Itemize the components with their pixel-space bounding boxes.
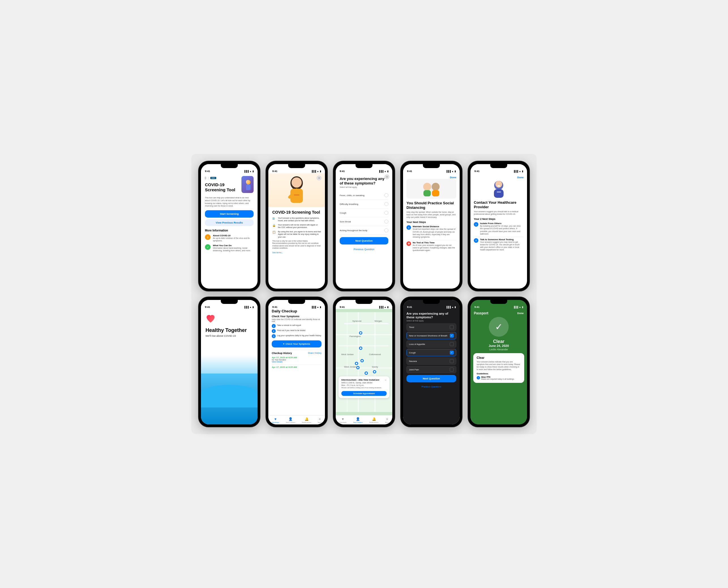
passport-label-10: Passport (474, 311, 488, 315)
previous-question-button-3[interactable]: Previous Question (340, 246, 388, 252)
step-content-1-5: Isolate From Others By isolating yoursel… (480, 222, 524, 235)
tab-notifications-8[interactable]: 🔔 Notifications (369, 417, 379, 423)
phone-2-top: 9:41 ▐▐▐ ▲ ▮ (268, 164, 325, 173)
passport-status-area-10: Clear June 24, 2020 Leslie Alexander (471, 339, 527, 351)
status-bar-10: 9:41 ▐▐▐ ▲ ▮ (471, 304, 527, 309)
symp2-item-appetite-9[interactable]: Loss of Appetite (407, 340, 456, 348)
phone-6-top: 9:41 ▐▐▐ ▲ ▮ (201, 300, 257, 309)
symp2-item-cough-9[interactable]: Cough ✓ (407, 349, 456, 356)
symp2-label-nausea-9: Nausea (409, 360, 417, 362)
symp2-checkbox-appetite-9[interactable] (450, 342, 454, 346)
about-covid-title-1: About COVID-19 (213, 234, 254, 237)
tab-checkups-7[interactable]: ♥ Checkups (272, 417, 279, 423)
tab-more-7[interactable]: ≡ More (318, 417, 322, 423)
phone-10-screen: 9:41 ▐▐▐ ▲ ▮ Passport Done ✓ Clear (471, 300, 527, 424)
symp2-checkbox-breath-9[interactable]: ✓ (450, 334, 454, 338)
start-screening-button[interactable]: Start Screening (205, 210, 254, 217)
svg-text:Syracuse: Syracuse (352, 320, 362, 322)
bullet-item-1: ☰ You'll answer a few questions about sy… (272, 217, 321, 222)
close-button-2[interactable]: ✕ (316, 175, 321, 181)
view-details-1-7[interactable]: View Details (272, 361, 321, 363)
phone-6-screen: 9:41 ▐▐▐ ▲ ▮ (201, 300, 257, 424)
symptom-item-2[interactable]: Difficulty breathing (340, 200, 388, 209)
symptom-item-3[interactable]: Cough (340, 209, 388, 217)
bullet-text-2: Your answers will not be shared with App… (278, 224, 321, 229)
step-desc-1-5: By isolating yourself for 14 days, you c… (480, 225, 524, 235)
bullet-icon-2: 🔒 (272, 224, 276, 228)
svg-text:Morgan: Morgan (374, 320, 382, 322)
phone-7-top: 9:41 ▐▐▐ ▲ ▮ (268, 300, 325, 309)
symp2-item-tired-9[interactable]: Tired (407, 323, 456, 331)
see-terms-link-2[interactable]: See terms... (272, 252, 283, 254)
svg-point-47 (374, 371, 375, 373)
previous-questions-button-9[interactable]: Previous Questions (407, 384, 456, 389)
symptom-checkbox-5[interactable] (384, 228, 388, 232)
next-question-button-3[interactable]: Next Question (340, 237, 388, 245)
status-time-5: 9:41 (474, 170, 479, 173)
notch-7 (288, 300, 305, 304)
passport-clear-desc-10: Your answers below indicate that you are… (477, 360, 521, 371)
svg-rect-19 (344, 323, 388, 324)
symp2-checkbox-joint-9[interactable] (450, 368, 454, 372)
passport-status-10: Clear (471, 339, 527, 344)
signal-icon-5: ▐▐▐ (513, 170, 518, 173)
tab-checkups-8[interactable]: ♥ Checkups (339, 417, 347, 423)
symptom-checkbox-3[interactable] (384, 211, 388, 215)
view-previous-results-button[interactable]: View Previous Results (205, 219, 254, 226)
share-history-link-7[interactable]: Share History (308, 352, 321, 355)
svg-text:Sandy: Sandy (372, 365, 378, 368)
symptom-item-1[interactable]: Fever, chills, or sweating (340, 191, 388, 200)
info-item-1: ℹ About COVID-19 An up-to-date rundown o… (205, 234, 254, 242)
symp2-checkbox-tired-9[interactable] (450, 325, 454, 329)
symp2-title-9: Are you experiencing any of these sympto… (407, 312, 456, 319)
about-covid-icon-1: ℹ (205, 234, 211, 240)
symp2-item-nausea-9[interactable]: Nausea (407, 357, 456, 365)
passport-done-button-10[interactable]: Done (517, 312, 524, 315)
tab-test-centers-7[interactable]: 👤 Test Centers (286, 417, 295, 423)
symptom-checkbox-1[interactable] (384, 193, 388, 197)
symptom-item-5[interactable]: Aching throughout the body (340, 226, 388, 235)
symp2-checkbox-nausea-9[interactable] (450, 359, 454, 363)
history-item-2-7: Apr 17, 2020 at 8:35 AM (272, 366, 321, 369)
svg-text:West Jordan: West Jordan (341, 353, 354, 356)
signal-icon-8: ▐▐▐ (378, 306, 383, 309)
notch-10 (490, 300, 507, 304)
map-background-8[interactable]: Syracuse Morgan Farmington West Jordan C… (336, 309, 392, 415)
location-addr-8: 9450 S 1300 E, Sandy, Utah 84094 (341, 382, 382, 384)
symptom-checkbox-2[interactable] (384, 202, 388, 206)
wifi-icon-1: ▲ (249, 170, 252, 173)
info-item-2: ✓ What You Can Do Information about hand… (205, 244, 254, 252)
tab-test-centers-8[interactable]: 👤 Test Centers (353, 417, 363, 423)
tab-notifications-7[interactable]: 🔔 Notifications (302, 417, 311, 423)
illustration-1 (242, 176, 254, 193)
check-symptoms-button-7[interactable]: ♥ Check Your Symptoms (272, 340, 321, 348)
symptom-label-5: Aching throughout the body (340, 229, 368, 232)
schedule-button-8[interactable]: Schedule Appointment (341, 391, 387, 396)
close-button-3[interactable]: ✕ (384, 174, 390, 180)
done-button-4[interactable]: Done (407, 176, 456, 179)
tab-more-8[interactable]: ≡ More (385, 417, 389, 423)
phone-9-screen: 9:41 ▐▐▐ ▲ ▮ Are you experiencing any of… (403, 300, 460, 424)
about-covid-desc-1: An up-to-date rundown of the virus and i… (213, 237, 254, 242)
battery-icon-1: ▮ (252, 170, 254, 173)
step-item-2-4: ⊗ No Test at This Time As of now, your a… (407, 241, 456, 252)
battery-icon-10: ▮ (522, 306, 523, 309)
done-button-5[interactable]: Done (474, 176, 524, 179)
bullet-icon-3: 📋 (272, 231, 276, 235)
status-time-9: 9:41 (407, 306, 412, 309)
phone-8-screen: 9:41 ▐▐▐ ▲ ▮ (336, 300, 392, 424)
symp2-checkbox-cough-9[interactable]: ✓ (450, 351, 454, 355)
next-question-button-9[interactable]: Next Question (407, 375, 456, 382)
symptom-item-4[interactable]: Sore throat (340, 217, 388, 226)
phone-7-screen: 9:41 ▐▐▐ ▲ ▮ Daily Checkup Check Your Sy… (268, 300, 325, 424)
checkup-step-1-7: 1 Take a minute to self-report (272, 324, 321, 328)
symp2-item-breath-9[interactable]: New or Increased Shortness of Breath ✓ (407, 332, 456, 339)
wifi-icon-10: ▲ (519, 306, 521, 309)
status-time-4: 9:41 (407, 170, 412, 173)
symptom-checkbox-4[interactable] (384, 219, 388, 224)
illustration-5 (490, 179, 507, 198)
covid-title-2: COVID-19 Screening Tool (272, 210, 321, 214)
symp2-item-joint-9[interactable]: Joint Pain (407, 366, 456, 373)
popup-close-icon-8[interactable]: ✕ (384, 379, 387, 382)
close-x-icon-2[interactable]: ✕ (316, 175, 321, 181)
